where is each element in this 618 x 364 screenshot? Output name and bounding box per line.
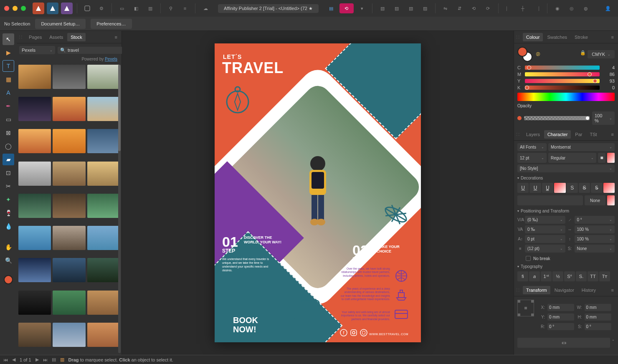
stock-thumbnail[interactable] — [18, 129, 51, 153]
preferences-button[interactable]: Preferences… — [91, 19, 132, 29]
chevron-down-icon[interactable]: ▾ — [356, 3, 368, 14]
underline-btn[interactable]: U — [517, 183, 529, 193]
font-collection-select[interactable]: All Fonts⌄ — [517, 143, 547, 151]
move-tool[interactable]: ↖ — [3, 33, 14, 45]
align-right-icon[interactable]: ⎹ — [531, 3, 543, 14]
table-tool[interactable]: ▦ — [3, 73, 14, 85]
panel-menu-icon[interactable]: ≡ — [610, 288, 615, 293]
stock-thumbnail[interactable] — [53, 258, 85, 282]
stock-thumbnail[interactable] — [87, 97, 120, 121]
colour-slider[interactable] — [525, 79, 600, 83]
persona-designer[interactable] — [47, 3, 58, 14]
no-underline-btn[interactable] — [554, 183, 565, 193]
zoom-tool[interactable]: 🔍 — [3, 255, 14, 266]
view-mode-3-icon[interactable]: ▥ — [144, 3, 156, 14]
no-style-toggle[interactable] — [607, 153, 615, 163]
position-select[interactable]: None⌄ — [575, 245, 615, 253]
stock-thumbnail[interactable] — [87, 323, 120, 347]
stock-thumbnail[interactable] — [18, 65, 51, 89]
strike-btn[interactable]: S — [567, 183, 578, 193]
file-icon[interactable] — [81, 3, 93, 14]
drag-handle-icon[interactable]: ⸬ — [517, 288, 519, 293]
arrange-backward-icon[interactable]: ▨ — [391, 3, 403, 14]
chevron-down-icon[interactable]: ⌄ — [612, 338, 615, 348]
text-frame-icon[interactable]: ▤ — [325, 3, 337, 14]
stock-thumbnail[interactable] — [53, 129, 85, 153]
drag-handle-icon[interactable]: ⸬ — [19, 35, 22, 40]
stock-thumbnail[interactable] — [53, 194, 85, 218]
discretionary-btn[interactable]: a — [529, 271, 540, 281]
kerning-input[interactable]: (0 ‰)⌄ — [525, 216, 565, 224]
frame-text-tool[interactable]: T — [3, 60, 14, 72]
tab-text-styles[interactable]: TSt — [586, 130, 600, 139]
stock-thumbnail[interactable] — [87, 226, 120, 250]
tab-colour[interactable]: Colour — [523, 33, 543, 41]
drag-handle-icon[interactable]: ⸬ — [517, 132, 519, 137]
view-mode-2-icon[interactable]: ◧ — [130, 3, 142, 14]
stock-thumbnail[interactable] — [18, 97, 51, 121]
tab-history[interactable]: History — [578, 286, 599, 294]
colour-slider[interactable] — [525, 72, 600, 76]
tab-swatches[interactable]: Swatches — [544, 33, 570, 41]
node-tool[interactable]: ▶ — [3, 47, 14, 58]
stock-thumbnail[interactable] — [87, 129, 120, 153]
zoom-window[interactable] — [21, 6, 26, 11]
colour-slider[interactable] — [525, 66, 600, 70]
transform-x[interactable]: 0 mm — [547, 304, 574, 311]
tab-stroke[interactable]: Stroke — [571, 33, 591, 41]
baseline-icon[interactable]: ≡ — [179, 3, 191, 14]
stock-thumbnail[interactable] — [18, 162, 51, 186]
tracking-input[interactable]: 0 ‰⌄ — [525, 225, 565, 233]
panel-menu-icon[interactable]: ≡ — [610, 132, 615, 137]
colour-picker-tool[interactable]: 💧 — [3, 220, 14, 232]
align-center-icon[interactable]: ┼ — [517, 3, 529, 14]
document-setup-button[interactable]: Document Setup… — [35, 19, 86, 29]
tab-assets[interactable]: Assets — [46, 33, 66, 41]
fractions-btn[interactable]: ½ — [552, 271, 563, 281]
view-hand-tool[interactable]: ✋ — [3, 241, 14, 253]
stock-thumbnail[interactable] — [87, 258, 120, 282]
minimize-window[interactable] — [13, 6, 18, 11]
persona-publisher[interactable] — [33, 3, 44, 14]
stock-thumbnail[interactable] — [53, 65, 85, 89]
hue-spectrum[interactable] — [517, 93, 615, 101]
no-break-checkbox[interactable] — [526, 256, 531, 261]
fill-swatch[interactable] — [3, 274, 14, 286]
next-page-btn[interactable]: ▶ — [35, 357, 39, 362]
persona-photo[interactable] — [61, 3, 73, 14]
bool-intersect-icon[interactable]: ◍ — [580, 3, 592, 14]
double-underline-btn[interactable]: U̳ — [542, 183, 553, 193]
subscript-btn[interactable]: S. — [576, 271, 587, 281]
stock-source-select[interactable]: Pexels⌄ — [19, 46, 55, 54]
rotate-ccw-icon[interactable]: ⟲ — [468, 3, 480, 14]
stock-thumbnail[interactable] — [18, 258, 51, 282]
fill-tool[interactable]: ✦ — [3, 194, 14, 205]
transform-s[interactable]: 0 ° — [585, 323, 611, 330]
stock-thumbnail[interactable] — [53, 323, 85, 347]
stock-thumbnail[interactable] — [18, 226, 51, 250]
baseline-input[interactable]: 0 pt⌄ — [525, 235, 565, 243]
arrange-back-icon[interactable]: ▧ — [377, 3, 388, 14]
stock-thumbnail[interactable] — [87, 194, 120, 218]
leading-input[interactable]: (12 pt)⌄ — [525, 245, 565, 253]
typography-section[interactable]: Typography — [517, 264, 615, 269]
align-to-icon[interactable]: ▭ — [517, 338, 610, 348]
tab-navigator[interactable]: Navigator — [551, 286, 577, 294]
scrollbar[interactable] — [118, 65, 121, 353]
ellipse-tool[interactable]: ◯ — [3, 140, 14, 152]
bold-toggle[interactable]: ■ — [598, 153, 605, 163]
stock-thumbnail[interactable] — [53, 291, 85, 315]
stock-thumbnail[interactable] — [18, 291, 51, 315]
flip-h-icon[interactable]: ⇋ — [440, 3, 451, 14]
bool-add-icon[interactable]: ◉ — [552, 3, 563, 14]
flip-v-icon[interactable]: ⇵ — [454, 3, 466, 14]
arrange-forward-icon[interactable]: ▧ — [405, 3, 417, 14]
tab-paragraph[interactable]: Par — [572, 130, 585, 139]
pen-tool[interactable]: ✒ — [3, 100, 14, 112]
transform-h[interactable]: 0 mm — [585, 313, 611, 321]
decorations-section[interactable]: Decorations — [517, 176, 615, 180]
transparency-tool[interactable]: 🍷 — [3, 207, 14, 219]
stock-thumbnail[interactable] — [53, 226, 85, 250]
stock-thumbnail[interactable] — [18, 323, 51, 347]
stock-thumbnail[interactable] — [53, 162, 85, 186]
